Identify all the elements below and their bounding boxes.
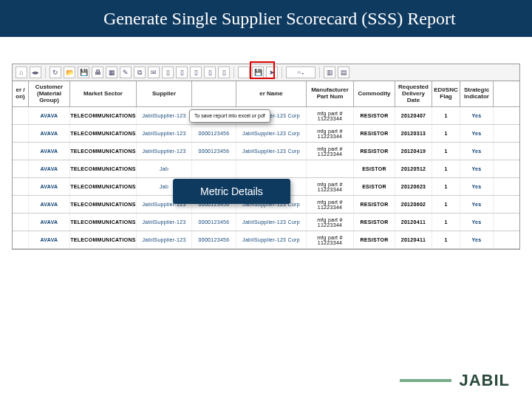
brand-bar-icon (400, 379, 451, 382)
cell-idx (13, 196, 29, 213)
cell-customer: AVAVA (29, 143, 70, 160)
cell-part: mfg part #11223344 (307, 143, 354, 160)
cell-supplier: Jab (137, 160, 192, 177)
cell-name: JabilSupplier-123 Corp (236, 231, 307, 248)
cell-sector: TELECOMMUNICATIONS (70, 178, 137, 195)
save-icon[interactable]: 💾 (78, 66, 89, 78)
cell-supplier: JabilSupplier-123 (137, 214, 192, 231)
cell-code: 0000123456 (192, 231, 236, 248)
zoom-dropdown[interactable]: ⎓▾ (286, 66, 316, 78)
page-title: Generate Single Supplier Scorecard (SSS)… (103, 9, 456, 29)
cell-commodity: RESISTOR (354, 143, 395, 160)
cell-customer: AVAVA (29, 178, 70, 195)
table-row[interactable]: AVAVATELECOMMUNICATIONSJabilSupplier-123… (13, 231, 519, 249)
footer-brand: JABIL (400, 371, 510, 390)
cell-supplier: JabilSupplier-123 (137, 143, 192, 160)
table-row[interactable]: AVAVATELECOMMUNICATIONSJabESISTOR2012051… (13, 160, 519, 178)
cell-customer: AVAVA (29, 214, 70, 231)
page2-icon[interactable]: ▯ (176, 66, 188, 78)
cell-code: 0000123456 (192, 214, 236, 231)
col-supplier: Supplier (137, 81, 192, 106)
cell-idx (13, 160, 29, 177)
cell-idx (13, 214, 29, 231)
cell-part: mfg part #11223344 (307, 214, 354, 231)
cell-customer: AVAVA (29, 160, 70, 177)
cell-commodity: ESISTOR (354, 160, 395, 177)
cell-flag: 1 (432, 214, 460, 231)
cell-sector: TELECOMMUNICATIONS (70, 125, 137, 142)
blank-icon[interactable] (238, 66, 250, 78)
cell-idx (13, 178, 29, 195)
cell-idx (13, 231, 29, 248)
cell-idx (13, 107, 29, 124)
cell-flag: 1 (432, 160, 460, 177)
export2-icon[interactable]: ▤ (338, 66, 349, 78)
disk-icon[interactable]: 💾 (252, 66, 264, 78)
metric-details-text: Metric Details (200, 185, 263, 197)
export1-icon[interactable]: ▥ (324, 66, 335, 78)
col-sector: Market Sector (70, 81, 137, 106)
cell-strategic: Yes (460, 160, 494, 177)
cell-sector: TELECOMMUNICATIONS (70, 196, 137, 213)
cell-flag: 1 (432, 143, 460, 160)
cell-customer: AVAVA (29, 196, 70, 213)
print-icon[interactable]: 🖶 (92, 66, 103, 78)
cell-supplier: JabilSupplier-123 (137, 231, 192, 248)
cell-strategic: Yes (460, 214, 494, 231)
report-canvas: ⌂ ◂▸ ↻ 📂 💾 🖶 ▦ ✎ ⧉ ✉ ▯ ▯ ▯ ▯ ▯ 💾 ➤ ⎓▾ ▥ … (0, 37, 532, 347)
separator (282, 66, 282, 78)
doc-icon[interactable]: ▯ (204, 66, 216, 78)
col-commodity: Commodity (354, 81, 395, 106)
col-code (192, 81, 236, 106)
cell-part: mfg part #11223344 (307, 196, 354, 213)
cell-commodity: ESISTOR (354, 178, 395, 195)
cell-flag: 1 (432, 231, 460, 248)
cell-supplier: JabilSupplier-123 (137, 125, 192, 142)
open-icon[interactable]: 📂 (64, 66, 75, 78)
cell-code: 0000123456 (192, 125, 236, 142)
col-flag: EDI/SNC Flag (432, 81, 460, 106)
cell-customer: AVAVA (29, 125, 70, 142)
table-row[interactable]: AVAVATELECOMMUNICATIONSJabilSupplier-123… (13, 214, 519, 231)
cell-code: 0000123456 (192, 143, 236, 160)
note-icon[interactable]: ▯ (218, 66, 230, 78)
cell-date: 20120411 (395, 214, 432, 231)
cell-sector: TELECOMMUNICATIONS (70, 107, 137, 124)
table-row[interactable]: AVAVATELECOMMUNICATIONSJabilSupplier-123… (13, 143, 519, 160)
report-toolbar: ⌂ ◂▸ ↻ 📂 💾 🖶 ▦ ✎ ⧉ ✉ ▯ ▯ ▯ ▯ ▯ 💾 ➤ ⎓▾ ▥ … (13, 64, 519, 81)
cell-customer: AVAVA (29, 107, 70, 124)
mail-icon[interactable]: ✉ (148, 66, 160, 78)
table-row[interactable]: AVAVATELECOMMUNICATIONSJabilSupplier-123… (13, 125, 519, 143)
cell-sector: TELECOMMUNICATIONS (70, 143, 137, 160)
home-icon[interactable]: ⌂ (16, 66, 27, 78)
arrow-icon[interactable]: ➤ (266, 66, 278, 78)
nav-back-icon[interactable]: ◂▸ (30, 66, 41, 78)
separator (45, 66, 46, 78)
col-part: Manufacturer Part Num (307, 81, 354, 106)
cell-date: 20120407 (395, 107, 432, 124)
cell-commodity: RESISTOR (354, 125, 395, 142)
page-header: Generate Single Supplier Scorecard (SSS)… (0, 0, 532, 37)
pdf-icon[interactable]: ✎ (120, 66, 132, 78)
cell-commodity: RESISTOR (354, 107, 395, 124)
xls-icon[interactable]: ▦ (106, 66, 117, 78)
col-strategic: Strategic Indicator (460, 81, 494, 106)
cell-strategic: Yes (460, 125, 494, 142)
cell-part (307, 160, 354, 177)
report-viewer: ⌂ ◂▸ ↻ 📂 💾 🖶 ▦ ✎ ⧉ ✉ ▯ ▯ ▯ ▯ ▯ 💾 ➤ ⎓▾ ▥ … (12, 64, 520, 250)
cell-sector: TELECOMMUNICATIONS (70, 160, 137, 177)
cell-flag: 1 (432, 196, 460, 213)
separator (319, 66, 320, 78)
cell-commodity: RESISTOR (354, 231, 395, 248)
brand-text: JABIL (459, 371, 510, 390)
cell-commodity: RESISTOR (354, 196, 395, 213)
cell-strategic: Yes (460, 143, 494, 160)
page-icon[interactable]: ▯ (162, 66, 174, 78)
docx-icon[interactable]: ▯ (190, 66, 202, 78)
refresh-icon[interactable]: ↻ (50, 66, 61, 78)
save-hint-text: To save report into excel or pdf (194, 113, 265, 118)
cell-name: JabilSupplier-123 Corp (236, 143, 307, 160)
copy-icon[interactable]: ⧉ (134, 66, 146, 78)
cell-idx (13, 143, 29, 160)
cell-date: 20120411 (395, 231, 432, 248)
